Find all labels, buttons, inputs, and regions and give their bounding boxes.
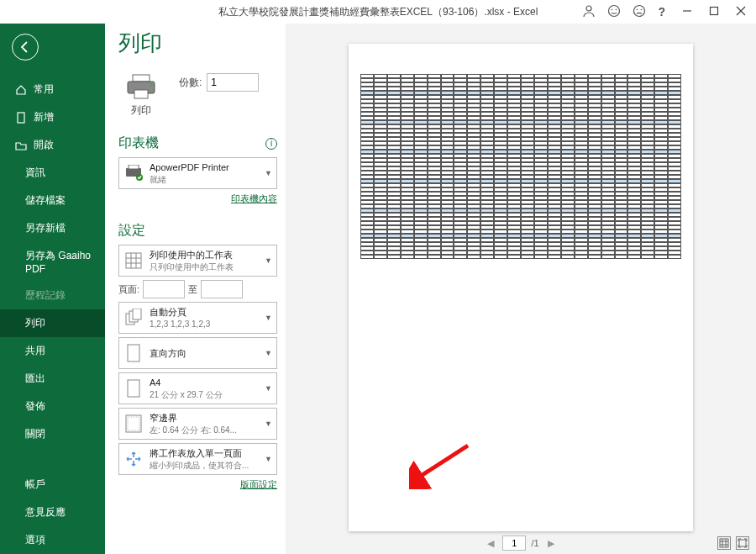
back-button[interactable] — [12, 34, 39, 61]
svg-rect-27 — [128, 345, 139, 361]
svg-rect-11 — [18, 113, 24, 123]
svg-point-1 — [609, 5, 620, 16]
chevron-down-icon: ▼ — [265, 455, 273, 463]
sidebar-item-label: 匯出 — [25, 372, 45, 386]
minimize-button[interactable] — [682, 5, 692, 18]
sidebar-item-label: 關閉 — [25, 427, 45, 441]
page-icon — [123, 377, 144, 399]
paper-size-selector[interactable]: A421 公分 x 29.7 公分 ▼ — [118, 372, 277, 404]
sidebar-item-label: 新增 — [34, 110, 54, 124]
svg-rect-17 — [129, 165, 139, 169]
page-to-input[interactable] — [201, 280, 243, 298]
copies-input[interactable] — [207, 73, 259, 92]
maximize-button[interactable] — [709, 5, 719, 18]
open-icon — [15, 140, 27, 151]
sidebar-item[interactable]: 常用 — [0, 76, 105, 103]
sidebar-item-label: 另存為 Gaaiho PDF — [25, 249, 105, 275]
fit-icon — [123, 448, 144, 470]
sidebar-item[interactable]: 列印 — [0, 309, 105, 337]
sidebar-item[interactable]: 匯出 — [0, 365, 105, 393]
sidebar-item-label: 歷程記錄 — [25, 288, 66, 303]
next-page-button[interactable]: ▶ — [544, 538, 558, 549]
page-from-input[interactable] — [143, 280, 185, 298]
chevron-down-icon: ▼ — [265, 384, 273, 393]
sad-icon[interactable] — [633, 4, 646, 20]
preview-page — [349, 44, 693, 531]
chevron-down-icon: ▼ — [265, 256, 273, 265]
sheet-thumbnail — [360, 74, 681, 259]
sidebar-item-label: 資訊 — [25, 166, 45, 180]
backstage-sidebar: 常用新增開啟資訊儲存檔案另存新檔另存為 Gaaiho PDF歷程記錄列印共用匯出… — [0, 24, 105, 554]
sidebar-item[interactable]: 開啟 — [0, 131, 105, 159]
svg-rect-26 — [133, 309, 141, 319]
sidebar-item-label: 另存新檔 — [25, 221, 66, 235]
sidebar-item[interactable]: 另存為 Gaaiho PDF — [0, 242, 105, 282]
sidebar-item[interactable]: 另存新檔 — [0, 214, 105, 242]
sidebar-item-label: 常用 — [34, 82, 54, 97]
sidebar-item[interactable]: 發佈 — [0, 393, 105, 420]
svg-rect-14 — [134, 90, 148, 98]
zoom-to-page-button[interactable] — [736, 536, 749, 550]
sidebar-item[interactable]: 新增 — [0, 103, 105, 131]
sidebar-item-label: 共用 — [25, 344, 45, 358]
print-button[interactable]: 列印 — [118, 73, 164, 118]
svg-rect-19 — [126, 253, 141, 268]
show-margins-button[interactable] — [717, 536, 731, 550]
sidebar-item[interactable]: 共用 — [0, 337, 105, 365]
sidebar-item-label: 列印 — [25, 316, 45, 330]
page-number-input[interactable] — [502, 536, 526, 551]
page-setup-link[interactable]: 版面設定 — [240, 479, 277, 489]
svg-point-5 — [637, 8, 638, 10]
sidebar-item[interactable]: 關閉 — [0, 420, 105, 448]
sidebar-item[interactable]: 儲存檔案 — [0, 187, 105, 214]
chevron-down-icon: ▼ — [265, 349, 273, 357]
scaling-selector[interactable]: 將工作表放入單一頁面縮小列印成品，使其符合... ▼ — [118, 443, 277, 475]
collate-icon — [123, 307, 144, 329]
help-icon[interactable]: ? — [658, 5, 665, 18]
sidebar-item[interactable]: 意見反應 — [0, 499, 105, 526]
svg-rect-36 — [739, 540, 746, 546]
print-what-selector[interactable]: 列印使用中的工作表只列印使用中的工作表 ▼ — [118, 245, 277, 277]
close-button[interactable] — [736, 5, 746, 18]
pages-label: 頁面: — [118, 283, 139, 296]
orientation-selector[interactable]: 直向方向 ▼ — [118, 337, 277, 369]
print-preview: ◀ /1 ▶ — [286, 24, 756, 554]
printer-name: ApowerPDF Printer — [150, 161, 260, 173]
printer-selector[interactable]: ApowerPDF Printer 就緒 ▼ — [118, 157, 277, 189]
margins-icon — [123, 413, 144, 435]
chevron-down-icon: ▼ — [265, 314, 273, 322]
sheets-icon — [123, 250, 144, 272]
svg-point-15 — [150, 84, 153, 87]
titlebar: 私立大學校院發展計畫獎補助經費彙整表EXCEL（93-106）.xlsx - E… — [0, 0, 756, 24]
sidebar-item[interactable]: 帳戶 — [0, 471, 105, 499]
svg-rect-12 — [133, 75, 150, 82]
prev-page-button[interactable]: ◀ — [484, 538, 497, 549]
svg-rect-28 — [128, 380, 139, 397]
svg-rect-29 — [126, 415, 141, 432]
chevron-down-icon: ▼ — [265, 419, 273, 428]
sidebar-item-label: 選項 — [25, 533, 45, 547]
home-icon — [15, 84, 27, 96]
copies-label: 份數: — [179, 76, 202, 90]
printer-status-icon — [123, 162, 144, 184]
printer-properties-link[interactable]: 印表機內容 — [231, 193, 277, 203]
smile-icon[interactable] — [607, 4, 621, 20]
preview-footer: ◀ /1 ▶ — [286, 536, 756, 551]
info-icon[interactable]: i — [265, 138, 277, 150]
margins-selector[interactable]: 窄邊界左: 0.64 公分 右: 0.64... ▼ — [118, 408, 277, 440]
settings-section-heading: 設定 — [118, 222, 145, 240]
sidebar-item-label: 發佈 — [25, 399, 45, 414]
sidebar-item[interactable]: 資訊 — [0, 159, 105, 187]
user-icon[interactable] — [582, 4, 596, 20]
collation-selector[interactable]: 自動分頁1,2,3 1,2,3 1,2,3 ▼ — [118, 302, 277, 334]
svg-point-4 — [634, 5, 645, 16]
sidebar-item[interactable]: 選項 — [0, 526, 105, 554]
svg-rect-31 — [720, 539, 728, 547]
print-pane: 列印 列印 份數: 印表機 i — [105, 24, 756, 554]
sidebar-item-label: 帳戶 — [25, 477, 45, 492]
svg-rect-8 — [711, 8, 718, 15]
page-range-row: 頁面: 至 — [118, 280, 277, 298]
svg-point-0 — [586, 6, 591, 11]
print-settings-column: 列印 列印 份數: 印表機 i — [105, 24, 286, 554]
printer-status: 就緒 — [150, 174, 260, 185]
